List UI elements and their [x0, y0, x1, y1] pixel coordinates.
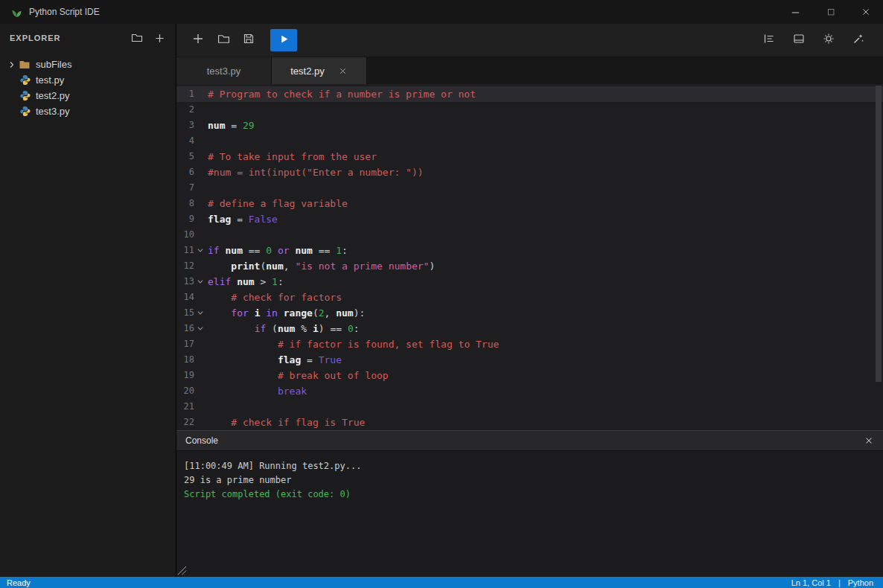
- panel-toggle-button[interactable]: [788, 29, 810, 51]
- code-text: # check for factors: [208, 290, 342, 305]
- code-text: elif num > 1:: [208, 274, 284, 290]
- status-bar: Ready Ln 1, Col 1 | Python: [0, 577, 883, 588]
- fold-gutter: [194, 336, 206, 352]
- code-line-14[interactable]: 14 # check for factors: [176, 290, 883, 305]
- line-number: 12: [176, 258, 194, 274]
- fold-gutter: [194, 102, 206, 118]
- code-line-18[interactable]: 18 flag = True: [176, 352, 883, 368]
- chevron-right-icon[interactable]: [6, 61, 18, 68]
- open-folder-icon: [217, 33, 230, 48]
- editor-pane: test3.pytest2.py 1# Program to check if …: [176, 24, 883, 577]
- code-line-17[interactable]: 17 # if factor is found, set flag to Tru…: [176, 336, 883, 352]
- fold-gutter: [194, 149, 206, 164]
- tab-close-icon[interactable]: [338, 66, 348, 76]
- code-line-19[interactable]: 19 # break out of loop: [176, 368, 883, 383]
- status-ready: Ready: [7, 578, 31, 587]
- code-line-11[interactable]: 11if num == 0 or num == 1:: [176, 243, 883, 258]
- line-number: 8: [176, 196, 194, 211]
- code-line-6[interactable]: 6#num = int(input("Enter a number: ")): [176, 164, 883, 180]
- line-number: 1: [176, 86, 194, 102]
- file-tree-item-test3py[interactable]: test3.py: [0, 103, 176, 119]
- code-line-2[interactable]: 2: [176, 102, 883, 118]
- fold-gutter: [194, 196, 206, 211]
- fold-chevron-icon[interactable]: [194, 321, 206, 336]
- code-line-8[interactable]: 8# define a flag variable: [176, 196, 883, 211]
- tab-label: test3.py: [207, 65, 241, 77]
- fold-chevron-icon[interactable]: [194, 305, 206, 321]
- app-logo-icon: [10, 6, 23, 19]
- toolbar: [176, 24, 883, 57]
- fold-gutter: [194, 258, 206, 274]
- fold-gutter: [194, 352, 206, 368]
- explorer-header: EXPLORER: [0, 24, 176, 52]
- fold-gutter: [194, 86, 206, 102]
- editor-scrollbar[interactable]: [876, 86, 882, 382]
- title-bar: Python Script IDE: [0, 0, 883, 24]
- new-file-button[interactable]: [187, 29, 209, 51]
- maximize-button[interactable]: [813, 0, 848, 24]
- line-number: 5: [176, 149, 194, 164]
- code-line-21[interactable]: 21: [176, 399, 883, 415]
- console-header: Console: [176, 430, 883, 451]
- fold-gutter: [194, 211, 206, 227]
- app-window: Python Script IDE EXPLORER: [0, 0, 883, 588]
- status-cursor-position[interactable]: Ln 1, Col 1: [791, 578, 831, 587]
- fold-gutter: [194, 368, 206, 383]
- status-language[interactable]: Python: [848, 578, 873, 587]
- tree-item-label: test2.py: [36, 90, 70, 101]
- python-icon: [18, 74, 31, 86]
- code-line-12[interactable]: 12 print(num, "is not a prime number"): [176, 258, 883, 274]
- fold-gutter: [194, 383, 206, 399]
- run-button[interactable]: [270, 29, 297, 51]
- python-icon: [18, 106, 31, 117]
- close-button[interactable]: [848, 0, 883, 24]
- code-line-22[interactable]: 22 # check if flag is True: [176, 415, 883, 430]
- tab-test3py[interactable]: test3.py: [176, 57, 272, 84]
- code-line-9[interactable]: 9flag = False: [176, 211, 883, 227]
- new-folder-icon[interactable]: [130, 31, 144, 45]
- line-number: 9: [176, 211, 194, 227]
- line-number: 20: [176, 383, 194, 399]
- code-line-4[interactable]: 4: [176, 133, 883, 149]
- resize-grip[interactable]: [177, 565, 187, 575]
- file-tree-item-test2py[interactable]: test2.py: [0, 88, 176, 103]
- minimize-button[interactable]: [778, 0, 813, 24]
- fold-chevron-icon[interactable]: [194, 243, 206, 258]
- fold-chevron-icon[interactable]: [194, 274, 206, 290]
- file-tree-item-testpy[interactable]: test.py: [0, 72, 176, 88]
- line-number: 15: [176, 305, 194, 321]
- open-folder-button[interactable]: [212, 29, 235, 51]
- code-line-3[interactable]: 3num = 29: [176, 118, 883, 133]
- code-line-7[interactable]: 7: [176, 180, 883, 196]
- code-text: # check if flag is True: [208, 415, 365, 430]
- save-button[interactable]: [238, 29, 260, 51]
- fold-gutter: [194, 415, 206, 430]
- code-line-1[interactable]: 1# Program to check if a number is prime…: [176, 86, 883, 102]
- format-code-button[interactable]: [847, 29, 870, 51]
- python-icon: [18, 90, 31, 101]
- line-number: 11: [176, 243, 194, 258]
- code-line-10[interactable]: 10: [176, 227, 883, 243]
- code-line-20[interactable]: 20 break: [176, 383, 883, 399]
- settings-button[interactable]: [817, 29, 840, 51]
- save-icon: [243, 33, 255, 48]
- console-close-icon[interactable]: [864, 435, 874, 446]
- toolbar-right: [758, 29, 873, 51]
- line-number: 18: [176, 352, 194, 368]
- code-line-13[interactable]: 13elif num > 1:: [176, 274, 883, 290]
- code-line-15[interactable]: 15 for i in range(2, num):: [176, 305, 883, 321]
- code-text: for i in range(2, num):: [208, 305, 365, 321]
- new-file-icon: [192, 33, 204, 48]
- format-lines-button[interactable]: [758, 29, 780, 51]
- code-line-5[interactable]: 5# To take input from the user: [176, 149, 883, 164]
- new-file-icon[interactable]: [153, 31, 166, 45]
- tab-test2py[interactable]: test2.py: [272, 57, 367, 84]
- fold-gutter: [194, 290, 206, 305]
- format-code-icon: [852, 33, 864, 48]
- code-editor[interactable]: 1# Program to check if a number is prime…: [176, 84, 883, 430]
- code-line-16[interactable]: 16 if (num % i) == 0:: [176, 321, 883, 336]
- code-text: if num == 0 or num == 1:: [208, 243, 348, 258]
- file-tree-item-subfiles[interactable]: subFiles: [0, 57, 176, 72]
- line-number: 19: [176, 368, 194, 383]
- code-text: if (num % i) == 0:: [208, 321, 360, 336]
